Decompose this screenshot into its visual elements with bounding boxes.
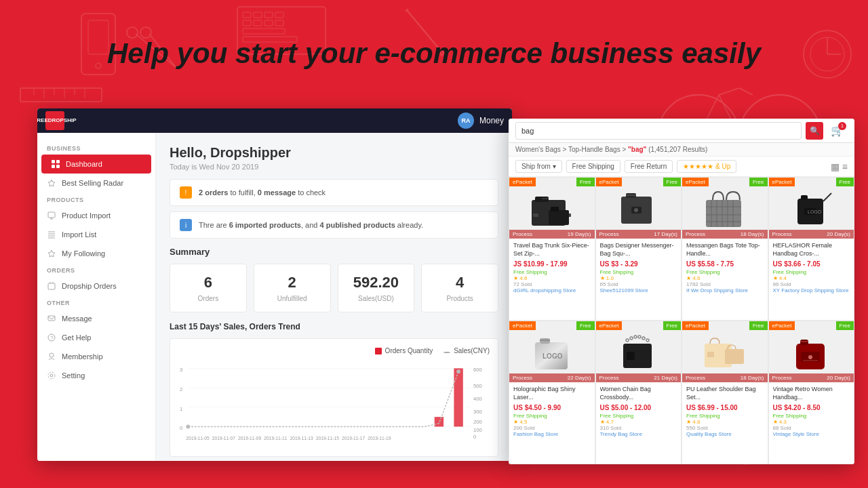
sidebar-item-import-list[interactable]: Import List (37, 225, 155, 244)
product-price-8: US $4.20 - 8.50 (773, 404, 850, 411)
svg-text:2019-11-11: 2019-11-11 (264, 436, 287, 441)
svg-rect-79 (454, 368, 462, 426)
svg-rect-6 (264, 12, 273, 18)
user-name: Money (479, 116, 504, 125)
sidebar-item-best-selling[interactable]: Best Selling Radar (37, 174, 155, 192)
process-bar-7: Process 18 Day(s) (682, 373, 768, 382)
epacket-badge-4: ePacket (769, 178, 795, 186)
cart-icon[interactable]: 🛒 1 (827, 122, 848, 140)
sidebar-item-membership[interactable]: Membership (37, 347, 155, 366)
orders-label: Orders (177, 295, 239, 302)
process-label-8: Process (772, 375, 792, 381)
product-sold-3: 1782 Sold (686, 281, 711, 287)
product-sold-4: 96 Sold (773, 281, 791, 287)
sidebar-item-get-help[interactable]: ? Get Help (37, 328, 155, 347)
free-return-filter[interactable]: Free Return (625, 160, 673, 173)
process-bar-4: Process 20 Day(s) (769, 230, 854, 239)
sidebar-section-orders: ORDERS (37, 263, 155, 277)
product-img-4: LOGO Process 20 Day(s) (769, 178, 854, 239)
product-img-7: Process 18 Day(s) (682, 321, 768, 382)
search-button[interactable]: 🔍 (806, 122, 823, 140)
product-card-5[interactable]: ePacket Free LOGO (509, 321, 595, 464)
process-label-1: Process (513, 231, 532, 237)
svg-point-125 (642, 337, 645, 340)
setting-icon (47, 371, 56, 380)
free-badge-2: Free (663, 178, 681, 186)
svg-point-81 (456, 369, 460, 373)
product-title-6: Women Chain Bag Crossbody... (600, 386, 677, 402)
product-title-8: Vintage Retro Women Handbag... (773, 386, 850, 402)
svg-rect-43 (52, 165, 55, 168)
search-input[interactable] (515, 122, 802, 140)
summary-title: Summary (170, 247, 498, 257)
svg-rect-32 (20, 88, 102, 102)
svg-text:300: 300 (473, 409, 482, 415)
ecom-topbar: 🔍 🛒 1 (509, 119, 854, 143)
epacket-badge-2: ePacket (596, 178, 623, 186)
process-days-4: 20 Day(s) (827, 231, 850, 237)
svg-rect-130 (725, 349, 744, 364)
sidebar-item-product-import[interactable]: Product Import (37, 206, 155, 225)
chart-inner: 3 2 1 0 600 500 400 300 200 100 0 (178, 360, 490, 448)
summary-card-products: 4 Products (421, 264, 498, 312)
product-store-5: Fashion Bag Store (513, 431, 591, 437)
user-menu[interactable]: RA Money (458, 113, 504, 129)
free-badge-8: Free (836, 321, 854, 330)
alert-products-text: Thre are 6 imported products, and 4 publ… (199, 221, 423, 229)
svg-rect-93 (533, 214, 538, 217)
product-card-8[interactable]: ePacket Free Process 20 Day(s) (768, 321, 855, 464)
svg-text:2019-11-13: 2019-11-13 (290, 436, 313, 441)
process-days-6: 21 Day(s) (654, 375, 677, 381)
product-store-6: Trendy Bag Store (600, 431, 677, 437)
epacket-badge-5: ePacket (509, 321, 536, 330)
svg-rect-10 (264, 20, 273, 26)
svg-text:200: 200 (473, 419, 482, 425)
alert-products: i Thre are 6 imported products, and 4 pu… (170, 211, 498, 239)
product-card-6[interactable]: ePacket Free Process (595, 321, 682, 464)
free-shipping-filter[interactable]: Free Shipping (566, 160, 620, 173)
grid-view-icon[interactable]: ▦ (831, 161, 840, 172)
svg-point-62 (48, 372, 55, 379)
svg-rect-9 (254, 20, 262, 26)
product-store-3: If We Drop Shpping Store (686, 287, 764, 293)
product-price-1: JS $10.99 - 17.99 (513, 260, 591, 268)
svg-point-124 (638, 336, 641, 338)
list-view-icon[interactable]: ≡ (842, 161, 848, 172)
svg-point-122 (630, 337, 633, 340)
legend-orders-qty: Orders Quantity (375, 347, 433, 354)
epacket-badge-6: ePacket (596, 321, 623, 330)
dashboard-icon (51, 159, 60, 169)
product-sold-1: 72 Sold (513, 281, 532, 287)
sidebar-item-message[interactable]: Message (37, 309, 155, 328)
svg-marker-53 (48, 250, 55, 257)
product-card-3[interactable]: ePacket Free Proce (682, 177, 768, 321)
product-card-1[interactable]: ePacket Free Process 19 Day(s) (509, 177, 595, 321)
sidebar-item-my-following[interactable]: My Following (37, 244, 155, 263)
svg-text:2019-11-17: 2019-11-17 (342, 436, 365, 441)
product-shipping-1: Free Shipping (513, 269, 591, 275)
process-days-7: 18 Day(s) (741, 375, 764, 381)
sidebar-item-setting[interactable]: Setting (37, 366, 155, 385)
star-icon (47, 178, 56, 188)
process-bar-3: Process 18 Day(s) (682, 230, 768, 239)
ship-from-filter[interactable]: Ship from ▾ (515, 160, 562, 173)
process-bar-5: Process 22 Day(s) (509, 373, 595, 382)
product-card-2[interactable]: ePacket Free Process 17 Day(s) Bags Desi… (595, 177, 682, 321)
free-badge-4: Free (836, 178, 854, 186)
product-store-7: Quality Bags Store (686, 431, 764, 437)
sidebar-item-dashboard[interactable]: Dashboard (41, 155, 151, 174)
legend-sales-dot (443, 352, 450, 353)
products-label: Products (429, 295, 491, 302)
product-card-4[interactable]: ePacket Free LOGO Process 20 Day(s) HEFL… (768, 177, 855, 321)
product-card-7[interactable]: ePacket Free Process 18 Day(s) PU Leathe… (682, 321, 768, 464)
svg-rect-129 (707, 352, 714, 357)
sidebar-item-dropship-orders[interactable]: Dropship Orders (37, 277, 155, 296)
svg-point-121 (626, 339, 629, 342)
stars-filter[interactable]: ★★★★★ & Up (677, 160, 736, 173)
svg-text:LOGO: LOGO (808, 209, 822, 214)
product-title-4: HEFLASHOR Female Handbag Cros-... (773, 242, 850, 258)
svg-text:0: 0 (473, 434, 476, 440)
svg-rect-96 (551, 207, 559, 211)
product-rating-8: ★ 4.3 (773, 419, 850, 425)
view-options[interactable]: ▦ ≡ (831, 161, 848, 172)
